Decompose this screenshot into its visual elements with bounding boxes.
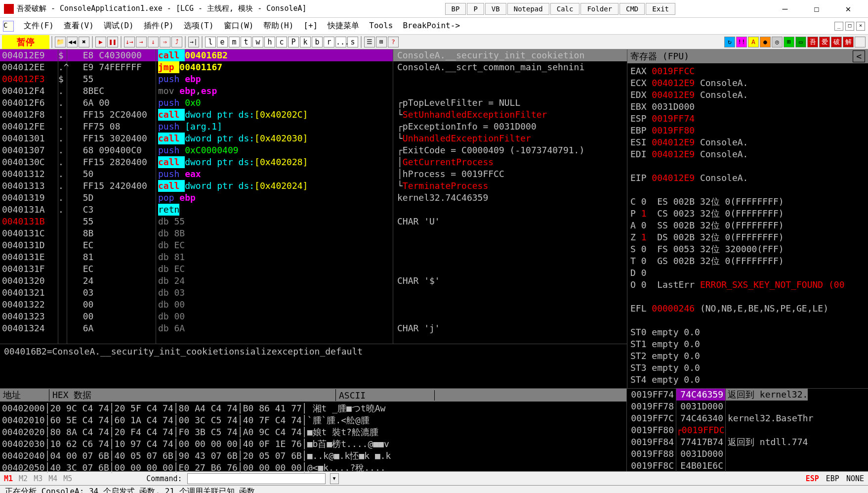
ebp-button[interactable]: EBP [826,474,839,483]
toolbar-letter-h[interactable]: h [264,37,275,47]
bp-button[interactable]: BP [445,3,466,15]
close-file-icon[interactable]: ✖ [79,37,89,47]
folder-button[interactable]: Folder [580,3,619,15]
dump-body[interactable]: 00402000│20 9C C4 74│20 5F C4 74│80 A4 C… [0,402,626,475]
plugin-icon-2[interactable]: !! [736,37,747,47]
toolbar-letter-P[interactable]: P [288,37,299,47]
toolbar-letter-s[interactable]: s [347,37,358,47]
menu-item[interactable]: Tools [364,19,398,33]
plugin-icon-7[interactable]: ▭ [795,37,806,47]
registers-panel[interactable]: 寄存器 (FPU) < EAX 0019FFCCECX 004012E9 Con… [627,49,868,388]
menu-item[interactable]: 窗口(W) [219,19,259,33]
menu-item[interactable]: [+] [298,19,323,33]
run-till-ret-icon[interactable]: ⤴ [171,37,182,47]
esp-button[interactable]: ESP [806,474,819,483]
toolbar-letter-l[interactable]: l [205,37,216,47]
plugin-icon-12[interactable] [855,37,866,47]
plugin-icon-4[interactable]: ● [760,37,771,47]
info-line: 004016B2=ConsoleA.__security_init_cookie… [0,344,627,388]
command-label: Command: [146,474,182,483]
menu-app-icon[interactable]: C [3,21,14,32]
menu-item[interactable]: 插件(P) [139,19,179,33]
close-icon[interactable]: ✕ [838,3,858,14]
top-tool-buttons: BPPVBNotepadCalcFolderCMDExit [445,3,675,15]
rewind-icon[interactable]: ◀◀ [67,37,78,47]
stack-row[interactable]: 0019FF8CE4B01E6C [627,460,868,472]
m-button-5[interactable]: M5 [63,474,72,483]
toolbar-right: ↻ !! A ● ◎ ⊞ ▭ 吾 爱 破 解 [724,37,866,47]
toolbar-letter-e[interactable]: e [217,37,228,47]
registers-header: 寄存器 (FPU) < [627,49,868,63]
step-into-icon[interactable]: ↓→ [124,37,135,47]
mdi-min-icon[interactable]: _ [834,22,843,31]
menu-item[interactable]: 帮助(H) [258,19,298,33]
stack-row[interactable]: 0019FF80┌0019FFDC [627,424,868,436]
vb-button[interactable]: VB [485,3,506,15]
stack-row[interactable]: 0019FF780031D000 [627,401,868,412]
command-input[interactable] [187,473,326,484]
command-dropdown-icon[interactable]: ▾ [330,473,339,484]
open-icon[interactable]: 📁 [55,37,66,47]
disassembly-view[interactable]: 004012E9004012EE004012F3004012F4004012F6… [0,49,627,344]
plugin-icon-1[interactable]: ↻ [724,37,735,47]
toolbar-letter-w[interactable]: w [252,37,263,47]
bottom-area: 地址 HEX 数据 ASCII 00402000│20 9C C4 74│20 … [0,388,868,471]
exit-button[interactable]: Exit [646,3,675,15]
pause-icon[interactable]: ❚❚ [107,37,118,47]
plugin-icon-5[interactable]: ◎ [772,37,783,47]
plugin-icon-3[interactable]: A [748,37,759,47]
menu-item[interactable]: 快捷菜单 [323,19,364,33]
menu-item[interactable]: 选项(T) [179,19,219,33]
stack-row[interactable]: 0019FF8477417B74返回到 ntdll.774 [627,436,868,448]
minimize-icon[interactable]: — [775,3,795,14]
menubar: C 文件(F)查看(V)调试(D)插件(P)选项(T)窗口(W)帮助(H)[+]… [0,18,868,35]
trace-over-icon[interactable]: ⇒ [160,37,170,47]
toolbar-letter-c[interactable]: c [276,37,287,47]
none-button[interactable]: NONE [846,474,864,483]
m-button-4[interactable]: M4 [48,474,57,483]
stack-row[interactable]: 0019FF880031D000 [627,448,868,460]
m-button-2[interactable]: M2 [19,474,28,483]
list-icon[interactable]: ☰ [364,37,375,47]
plugin-icon-10[interactable]: 破 [831,37,842,47]
plugin-icon-8[interactable]: 吾 [807,37,818,47]
trace-into-icon[interactable]: ⇓ [148,37,159,47]
mdi-close-icon[interactable]: × [856,22,865,31]
mdi-max-icon[interactable]: □ [845,22,854,31]
toolbar-letter-t[interactable]: t [241,37,251,47]
toolbar-letter-k[interactable]: k [300,37,311,47]
plugin-icon-6[interactable]: ⊞ [784,37,794,47]
stack-body[interactable]: 0019FF7474C46359返回到 kernel32.0019FF78003… [627,389,868,472]
stack-row[interactable]: 0019FF7C74C46340kernel32.BaseThr [627,412,868,424]
menu-items: 文件(F)查看(V)调试(D)插件(P)选项(T)窗口(W)帮助(H)[+]快捷… [19,19,465,33]
stack-panel[interactable]: 0019FF7474C46359返回到 kernel32.0019FF78003… [627,388,868,471]
menu-item[interactable]: BreakPoint-> [398,19,465,33]
plugin-icon-9[interactable]: 爱 [819,37,830,47]
window-icon[interactable]: ⊞ [376,37,387,47]
registers-collapse-icon[interactable]: < [853,50,865,62]
toolbar-letter-r[interactable]: r [324,37,334,47]
toolbar-letter-b[interactable]: b [312,37,323,47]
m-button-3[interactable]: M3 [34,474,42,483]
run-icon[interactable]: ▶ [95,37,106,47]
help-icon[interactable]: ? [388,37,399,47]
toolbar-letter-...[interactable]: ... [335,37,346,47]
cmd-button[interactable]: CMD [620,3,645,15]
dump-col-hex: HEX 数据 [49,389,336,401]
calc-button[interactable]: Calc [550,3,580,15]
m-button-1[interactable]: M1 [4,474,13,483]
step-over-icon[interactable]: → [136,37,147,47]
plugin-icon-11[interactable]: 解 [843,37,854,47]
goto-icon[interactable]: →| [188,37,199,47]
notepad-button[interactable]: Notepad [507,3,549,15]
stack-row[interactable]: 0019FF7474C46359返回到 kernel32. [627,389,868,401]
dump-panel[interactable]: 地址 HEX 数据 ASCII 00402000│20 9C C4 74│20 … [0,388,627,471]
menu-item[interactable]: 文件(F) [19,19,59,33]
dump-header: 地址 HEX 数据 ASCII [0,389,626,402]
maximize-icon[interactable]: ☐ [807,3,827,14]
menu-item[interactable]: 查看(V) [59,19,99,33]
toolbar-letter-m[interactable]: m [229,37,240,47]
menu-item[interactable]: 调试(D) [99,19,139,33]
p-button[interactable]: P [467,3,484,15]
registers-body[interactable]: EAX 0019FFCCECX 004012E9 ConsoleA.EDX 00… [627,63,868,388]
